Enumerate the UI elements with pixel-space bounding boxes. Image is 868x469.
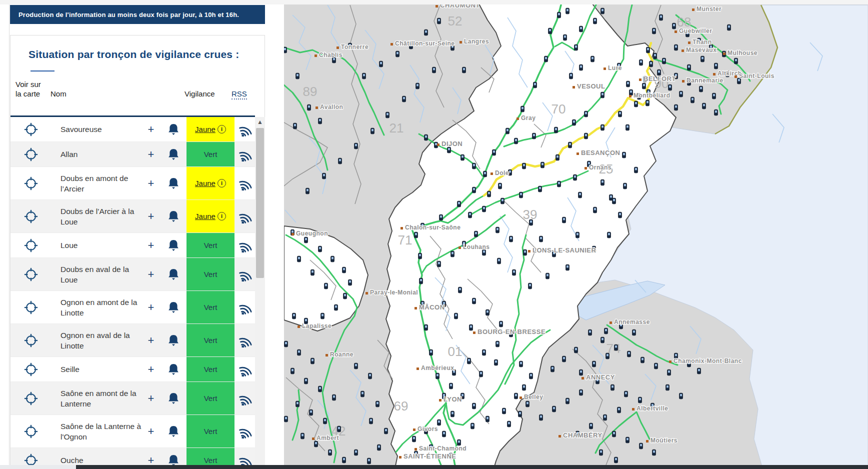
- station-marker[interactable]: [438, 420, 441, 426]
- station-marker[interactable]: [712, 93, 716, 99]
- alert-bell-icon[interactable]: [160, 142, 186, 166]
- rss-icon[interactable]: [234, 357, 255, 382]
- locate-on-map-icon[interactable]: [10, 258, 52, 290]
- station-marker[interactable]: [528, 283, 532, 289]
- station-marker[interactable]: [480, 371, 483, 377]
- rss-icon[interactable]: [234, 167, 255, 200]
- station-marker[interactable]: [468, 212, 472, 218]
- locate-on-map-icon[interactable]: [10, 324, 52, 356]
- station-marker[interactable]: [700, 86, 703, 92]
- station-marker[interactable]: [334, 304, 338, 310]
- locate-on-map-icon[interactable]: [10, 448, 52, 465]
- station-marker[interactable]: [634, 167, 638, 173]
- station-marker[interactable]: [566, 264, 570, 270]
- station-marker[interactable]: [368, 458, 371, 464]
- station-marker[interactable]: [728, 24, 731, 30]
- station-marker[interactable]: [412, 436, 416, 442]
- station-marker[interactable]: [634, 101, 638, 107]
- station-marker[interactable]: [572, 120, 576, 126]
- station-marker[interactable]: [376, 401, 380, 407]
- station-marker[interactable]: [698, 368, 701, 374]
- station-marker[interactable]: [362, 73, 366, 79]
- station-marker[interactable]: [436, 373, 440, 379]
- station-marker[interactable]: [662, 58, 666, 64]
- station-marker[interactable]: [548, 28, 552, 34]
- info-icon[interactable]: i: [218, 212, 226, 220]
- station-marker[interactable]: [416, 83, 420, 89]
- station-marker[interactable]: [618, 212, 622, 218]
- station-marker[interactable]: [601, 180, 604, 186]
- station-marker[interactable]: [304, 378, 308, 384]
- station-marker[interactable]: [638, 397, 642, 403]
- vigilance-level-link[interactable]: Jaune: [195, 125, 216, 134]
- station-marker[interactable]: [472, 187, 476, 193]
- station-marker[interactable]: [538, 186, 542, 192]
- station-marker[interactable]: [680, 393, 683, 399]
- station-marker[interactable]: [584, 111, 588, 117]
- station-marker[interactable]: [438, 261, 441, 267]
- station-marker[interactable]: [354, 143, 358, 149]
- station-marker[interactable]: [318, 386, 322, 392]
- station-marker[interactable]: [311, 358, 314, 364]
- station-marker[interactable]: [604, 328, 608, 334]
- station-marker[interactable]: [674, 104, 678, 110]
- station-marker[interactable]: [641, 357, 644, 363]
- station-marker[interactable]: [640, 60, 643, 66]
- station-marker[interactable]: [558, 12, 561, 18]
- station-marker[interactable]: [512, 270, 516, 276]
- locate-on-map-icon[interactable]: [10, 382, 52, 414]
- station-marker[interactable]: [590, 423, 593, 429]
- station-marker[interactable]: [674, 44, 678, 50]
- locate-on-map-icon[interactable]: [10, 167, 52, 200]
- station-marker[interactable]: [642, 83, 646, 89]
- station-marker[interactable]: [584, 133, 588, 139]
- station-marker[interactable]: [552, 406, 556, 412]
- station-marker[interactable]: [514, 393, 518, 399]
- station-marker[interactable]: [508, 421, 511, 427]
- expand-plus-icon[interactable]: +: [142, 200, 160, 232]
- station-marker[interactable]: [540, 236, 543, 242]
- station-marker[interactable]: [601, 124, 604, 130]
- locate-on-map-icon[interactable]: [10, 233, 52, 258]
- rss-icon[interactable]: [234, 258, 255, 290]
- station-marker[interactable]: [472, 403, 476, 409]
- station-marker[interactable]: [440, 214, 443, 220]
- station-marker[interactable]: [520, 192, 523, 198]
- alert-bell-icon[interactable]: [160, 200, 186, 232]
- station-marker[interactable]: [301, 433, 304, 439]
- station-marker[interactable]: [354, 363, 358, 369]
- station-marker[interactable]: [546, 273, 550, 279]
- station-marker[interactable]: [418, 253, 422, 259]
- station-marker[interactable]: [522, 384, 526, 390]
- station-marker[interactable]: [448, 147, 451, 153]
- alert-bell-icon[interactable]: [160, 324, 186, 356]
- info-icon[interactable]: i: [218, 125, 226, 134]
- alert-bell-icon[interactable]: [160, 167, 186, 200]
- rss-icon[interactable]: [234, 142, 255, 166]
- station-marker[interactable]: [498, 258, 501, 264]
- expand-plus-icon[interactable]: +: [142, 233, 160, 258]
- station-marker[interactable]: [714, 63, 718, 69]
- station-marker[interactable]: [668, 370, 671, 376]
- station-marker[interactable]: [518, 411, 522, 417]
- station-marker[interactable]: [654, 53, 657, 59]
- station-marker[interactable]: [614, 344, 618, 350]
- expand-plus-icon[interactable]: +: [142, 382, 160, 414]
- station-marker[interactable]: [562, 217, 566, 223]
- station-marker[interactable]: [580, 390, 583, 396]
- station-marker[interactable]: [652, 450, 656, 456]
- expand-plus-icon[interactable]: +: [142, 258, 160, 290]
- station-marker[interactable]: [630, 90, 633, 96]
- alert-bell-icon[interactable]: [160, 448, 186, 465]
- station-marker[interactable]: [614, 457, 618, 463]
- rss-icon[interactable]: [234, 291, 255, 324]
- station-marker[interactable]: [314, 441, 318, 447]
- station-marker[interactable]: [484, 171, 487, 177]
- station-marker[interactable]: [494, 360, 498, 366]
- alert-bell-icon[interactable]: [160, 291, 186, 324]
- station-marker[interactable]: [652, 28, 656, 34]
- station-marker[interactable]: [338, 426, 341, 432]
- station-marker[interactable]: [498, 183, 502, 189]
- station-marker[interactable]: [506, 128, 510, 134]
- station-marker[interactable]: [551, 366, 554, 372]
